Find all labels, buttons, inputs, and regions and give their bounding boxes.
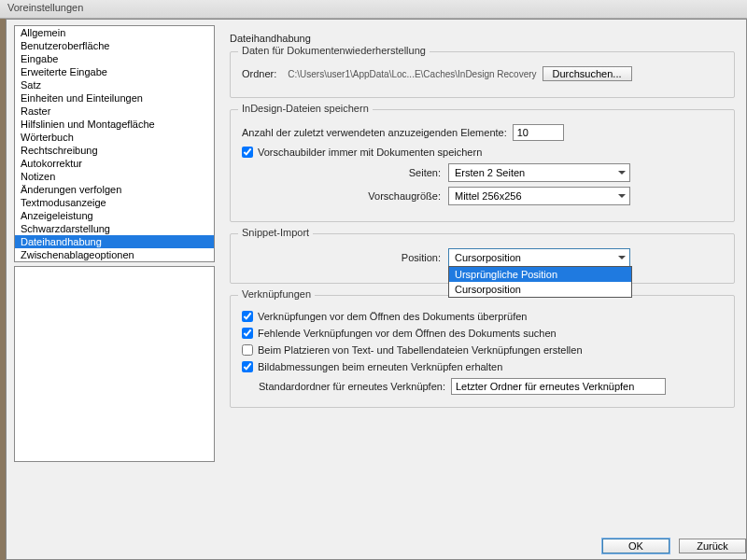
sidebar-item[interactable]: Wörterbuch [15, 131, 214, 144]
dialog-titlebar: Voreinstellungen [0, 0, 747, 19]
sidebar-item[interactable]: Hilfslinien und Montagefläche [15, 118, 214, 131]
sidebar-item[interactable]: Anzeigeleistung [15, 209, 214, 222]
sidebar-item[interactable]: Schwarzdarstellung [15, 222, 214, 235]
browse-button[interactable]: Durchsuchen... [543, 66, 632, 81]
relink-folder-input[interactable] [451, 378, 666, 395]
preview-pane [14, 266, 215, 462]
dropdown-item[interactable]: Ursprüngliche Position [449, 267, 631, 282]
snippet-group: Snippet-Import Position: Cursorposition … [230, 233, 735, 284]
relink-folder-label: Standardordner für erneutes Verknüpfen: [259, 381, 445, 392]
sidebar-item[interactable]: Notizen [15, 170, 214, 183]
folder-label: Ordner: [242, 68, 276, 79]
category-list: AllgemeinBenutzeroberflächeEingabeErweit… [14, 25, 215, 262]
links-group: Verknüpfungen Verknüpfungen vor dem Öffn… [230, 295, 735, 408]
sidebar-item[interactable]: Allgemein [15, 26, 214, 39]
sidebar-item[interactable]: Satz [15, 78, 214, 91]
preview-size-label: Vorschaugröße: [242, 190, 443, 202]
sidebar-item[interactable]: Eingabe [15, 52, 214, 65]
sidebar-item[interactable]: Änderungen verfolgen [15, 183, 214, 196]
group-title: Daten für Dokumentenwiederherstellung [238, 45, 430, 56]
position-select[interactable]: Cursorposition Ursprüngliche PositionCur… [448, 248, 630, 267]
check-links-checkbox[interactable] [242, 311, 253, 322]
ok-button[interactable]: OK [602, 539, 669, 553]
group-title: Verknüpfungen [238, 288, 315, 300]
position-dropdown: Ursprüngliche PositionCursorposition [448, 266, 632, 298]
pages-select[interactable]: Ersten 2 Seiten [448, 163, 630, 182]
sidebar-item[interactable]: Raster [15, 105, 214, 118]
group-title: InDesign-Dateien speichern [238, 103, 373, 114]
find-missing-checkbox[interactable] [242, 328, 253, 339]
sidebar-item[interactable]: Zwischenablageoptionen [15, 248, 214, 261]
sidebar-item[interactable]: Autokorrektur [15, 157, 214, 170]
preferences-dialog: AllgemeinBenutzeroberflächeEingabeErweit… [6, 19, 747, 560]
preview-checkbox[interactable] [242, 147, 253, 158]
preview-check-label: Vorschaubilder immer mit Dokumenten spei… [258, 147, 482, 158]
sidebar-item[interactable]: Textmodusanzeige [15, 196, 214, 209]
preview-size-select[interactable]: Mittel 256x256 [448, 187, 630, 205]
sidebar-item[interactable]: Benutzeroberfläche [15, 39, 214, 52]
recent-label: Anzahl der zuletzt verwendeten anzuzeige… [242, 127, 507, 138]
sidebar-item[interactable]: Rechtschreibung [15, 144, 214, 157]
recent-count-input[interactable] [513, 124, 564, 141]
dialog-footer: OK Zurück [602, 539, 746, 553]
dropdown-item[interactable]: Cursorposition [449, 282, 631, 297]
place-create-links-checkbox[interactable] [242, 344, 253, 356]
recovery-folder-path: C:\Users\user1\AppData\Loc...E\Caches\In… [288, 69, 536, 79]
save-group: InDesign-Dateien speichern Anzahl der zu… [230, 109, 735, 222]
cancel-button[interactable]: Zurück [679, 539, 746, 553]
sidebar-item[interactable]: Dateihandhabung [15, 235, 214, 248]
position-label: Position: [242, 252, 443, 263]
sidebar-item[interactable]: Einheiten und Einteilungen [15, 91, 214, 105]
recovery-group: Daten für Dokumentenwiederherstellung Or… [230, 51, 735, 98]
preserve-dims-checkbox[interactable] [242, 361, 253, 372]
group-title: Snippet-Import [238, 227, 313, 238]
main-panel: Dateihandhabung Daten für Dokumentenwied… [215, 25, 746, 522]
sidebar-item[interactable]: Erweiterte Eingabe [15, 65, 214, 78]
pages-label: Seiten: [242, 167, 443, 178]
